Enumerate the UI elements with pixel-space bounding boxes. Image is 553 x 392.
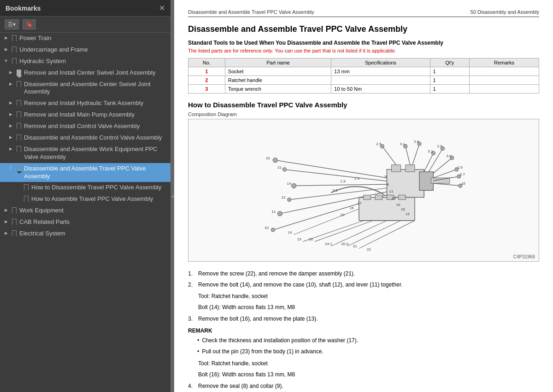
svg-rect-1 (392, 165, 401, 172)
sidebar-item-center-swivel-da[interactable]: Disassemble and Assemble Center Swivel J… (0, 79, 171, 98)
sidebar-item-work-equipment[interactable]: Work Equipment (0, 205, 171, 216)
svg-line-60 (359, 221, 415, 249)
table-cell (469, 67, 539, 76)
bookmark-icon-center-swivel-da (16, 81, 22, 87)
step-item: 1.Remove the screw (22), and remove the … (188, 269, 539, 278)
sidebar-label-undercarriage: Undercarriage and Frame (19, 46, 168, 54)
diagram-caption: C4P31966 (513, 254, 535, 259)
sidebar-label-center-swivel-da: Disassemble and Assemble Center Swivel J… (24, 81, 168, 96)
svg-line-12 (406, 146, 410, 164)
svg-line-55 (294, 209, 359, 234)
sidebar-label-hydraulic-tank: Remove and Install Hydraulic Tank Assemb… (24, 99, 168, 107)
sidebar-label-work-equipment: Work Equipment (19, 207, 168, 215)
col-remarks: Remarks (469, 59, 539, 67)
svg-point-22 (271, 228, 275, 232)
step-text: Remove the seal (8) and collar (9). (198, 381, 283, 391)
sidebar-label-travel-ppc: Disassemble and Assemble Travel PPC Valv… (24, 165, 168, 181)
sidebar-item-how-assemble[interactable]: How to Assemble Travel PPC Valve Assembl… (0, 193, 171, 205)
sidebar-item-how-disassemble[interactable]: How to Disassemble Travel PPC Valve Asse… (0, 182, 171, 193)
svg-line-43 (433, 183, 460, 186)
svg-text:18: 18 (392, 196, 396, 200)
sidebar-item-travel-ppc[interactable]: Disassemble and Assemble Travel PPC Valv… (0, 163, 171, 182)
diagram-svg: 22 21 14 12 11 10 2.5 3.1 2.8 3.1 2.9 3.… (197, 123, 530, 258)
step-text: Remove the bolt (16), and remove the pla… (198, 314, 318, 323)
sidebar-item-main-pump[interactable]: Remove and Install Main Pump Assembly (0, 109, 171, 121)
svg-point-18 (282, 168, 286, 171)
svg-text:2.8: 2.8 (414, 140, 419, 144)
svg-point-21 (277, 211, 282, 216)
svg-text:10: 10 (265, 226, 269, 230)
composition-diagram: 22 21 14 12 11 10 2.5 3.1 2.8 3.1 2.9 3.… (188, 119, 539, 262)
step-number: 1. (188, 269, 195, 278)
sidebar-label-electrical: Electrical System (19, 230, 168, 238)
sidebar-item-undercarriage[interactable]: Undercarriage and Frame (0, 44, 171, 56)
svg-point-19 (292, 183, 296, 188)
sidebar-item-work-equip-ppc[interactable]: Disassemble and Assemble Work Equipment … (0, 144, 171, 163)
bookmark-icon-how-assemble (23, 196, 29, 202)
sidebar-item-control-valve-ri[interactable]: Remove and Install Control Valve Assembl… (0, 121, 171, 132)
sidebar: Bookmarks ✕ ☰▾ 🔖 Power Train Undercarria… (0, 0, 171, 392)
remark-bullet: Check the thickness and installation pos… (197, 336, 539, 345)
sidebar-item-center-swivel[interactable]: Remove and Install Center Swivel Joint A… (0, 67, 171, 79)
bookmark-button[interactable]: 🔖 (23, 19, 36, 29)
expand-icon (3, 35, 9, 41)
resize-handle[interactable]: ◂ (171, 0, 174, 392)
header-left: Disassemble and Assemble Travel PPC Valv… (188, 9, 314, 15)
svg-text:16: 16 (461, 181, 465, 186)
sidebar-item-control-valve-da[interactable]: Disassemble and Assemble Control Valve A… (0, 132, 171, 144)
svg-line-5 (275, 160, 387, 177)
close-button[interactable]: ✕ (159, 4, 165, 12)
sidebar-item-hydraulic-tank[interactable]: Remove and Install Hydraulic Tank Assemb… (0, 98, 171, 109)
svg-text:2.5: 2.5 (376, 142, 382, 146)
sidebar-item-electrical[interactable]: Electrical System (0, 228, 171, 240)
tools-subtitle: Standard Tools to be Used When You Disas… (188, 40, 539, 46)
table-cell: 1 (430, 76, 469, 85)
bookmark-icon-hydraulic (11, 58, 18, 64)
svg-text:22: 22 (266, 156, 270, 160)
col-specs: Specifications (331, 59, 430, 67)
step-item: Tool: Ratchet handle, socket (188, 292, 539, 301)
sidebar-item-power-train[interactable]: Power Train (0, 33, 171, 44)
expand-icon (7, 100, 14, 106)
step-text: Tool: Ratchet handle, socket (198, 292, 268, 301)
sidebar-item-cab-related[interactable]: CAB Related Parts (0, 216, 171, 228)
remark-title: REMARK (188, 326, 539, 335)
expand-icon (3, 208, 9, 213)
expand-icon (3, 231, 9, 236)
sidebar-label-main-pump: Remove and Install Main Pump Assembly (24, 111, 168, 119)
svg-text:11: 11 (389, 189, 393, 193)
svg-text:21: 21 (353, 244, 357, 248)
svg-text:22: 22 (367, 247, 371, 252)
sidebar-title: Bookmarks (6, 5, 41, 12)
expand-icon (7, 112, 14, 117)
step-item: Bolt (16): Width across flats 13 mm, M8 (188, 370, 539, 379)
svg-line-59 (347, 221, 401, 246)
expand-icon (3, 59, 9, 64)
expand-icon (7, 135, 14, 140)
table-cell: 13 mm (331, 67, 430, 76)
page-title: Disassemble and Assemble Travel PPC Valv… (188, 24, 539, 34)
header-right: 50 Disassembly and Assembly (471, 9, 539, 15)
svg-text:14: 14 (288, 230, 292, 234)
expand-icon (3, 47, 9, 53)
sidebar-header: Bookmarks ✕ (0, 0, 171, 17)
svg-line-13 (412, 144, 419, 164)
sidebar-content[interactable]: Power Train Undercarriage and Frame Hydr… (0, 33, 171, 392)
bookmark-icon-electrical (11, 230, 18, 236)
step-item: Tool: Ratchet handle, socket (188, 359, 539, 368)
svg-text:10: 10 (396, 202, 400, 206)
svg-text:3.3: 3.3 (332, 188, 338, 193)
svg-text:12: 12 (281, 195, 285, 199)
step-item: 4.Remove the seal (8) and collar (9). (188, 381, 539, 391)
svg-text:17: 17 (358, 201, 362, 205)
sidebar-label-control-valve-ri: Remove and Install Control Valve Assembl… (24, 123, 168, 130)
sidebar-toolbar: ☰▾ 🔖 (0, 17, 171, 33)
col-partname: Part name (225, 59, 331, 67)
bookmark-icon-main-pump (16, 111, 22, 117)
sidebar-label-how-disassemble: How to Disassemble Travel PPC Valve Asse… (31, 184, 168, 192)
svg-line-58 (331, 221, 387, 246)
remark-section: REMARKCheck the thickness and installati… (188, 326, 539, 356)
list-view-button[interactable]: ☰▾ (5, 19, 19, 29)
svg-text:15: 15 (297, 237, 301, 241)
sidebar-item-hydraulic-system[interactable]: Hydraulic System (0, 56, 171, 67)
